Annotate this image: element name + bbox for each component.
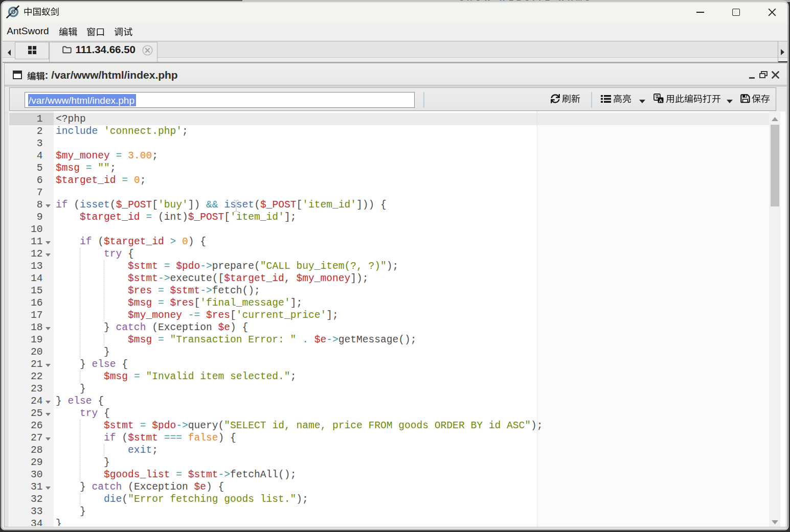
svg-text:A: A	[659, 98, 663, 103]
